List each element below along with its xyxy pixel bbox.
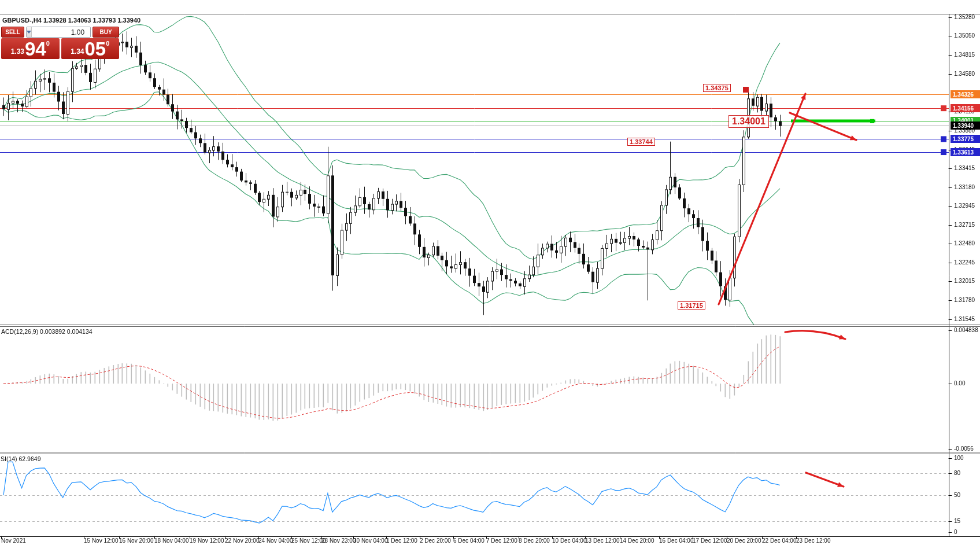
- rsi-axis-label: 50: [954, 492, 960, 498]
- time-axis-label: 17 Dec 12:00: [693, 537, 727, 544]
- annotation-price-label[interactable]: 1.34375: [703, 84, 731, 92]
- time-axis-label: 15 Nov 12:00: [84, 537, 119, 544]
- rsi-axis-label: 0: [954, 529, 957, 535]
- price-badge: 1.34326: [951, 90, 980, 98]
- sell-button[interactable]: SELL: [1, 27, 24, 38]
- buy-price-big: 05: [85, 41, 106, 57]
- buy-price-panel[interactable]: 1.34 05 0: [61, 38, 120, 59]
- sell-price-panel[interactable]: 1.33 94 0: [1, 38, 60, 59]
- rsi-axis-label: 15: [954, 518, 960, 524]
- time-axis-label: 24 Nov 04:00: [258, 537, 293, 544]
- one-click-trading-panel: SELL BUY 1.33 94 0 1.34 05 0: [1, 27, 119, 59]
- sell-price-sup: 0: [46, 40, 50, 47]
- price-tick: 1.33180: [954, 184, 975, 190]
- buy-price-sup: 0: [106, 40, 109, 47]
- price-tick: 1.35280: [954, 14, 975, 20]
- price-tick: 1.32480: [954, 240, 975, 246]
- time-axis-label: 14 Dec 20:00: [620, 537, 654, 544]
- time-axis-label: 22 Nov 20:00: [225, 537, 260, 544]
- price-tick: 1.32945: [954, 202, 975, 209]
- chart-info-line: GBPUSD-,H4 1.33928 1.34063 1.33793 1.339…: [2, 17, 140, 24]
- sell-price-big: 94: [25, 41, 46, 57]
- buy-price-prefix: 1.34: [71, 47, 84, 56]
- mt4-window: 新订单 自动交易: [0, 0, 980, 545]
- price-tick: 1.34815: [954, 51, 975, 58]
- macd-axis-label: 0.004838: [954, 327, 978, 333]
- price-tick: 1.32245: [954, 259, 975, 266]
- rsi-axis-label: 80: [954, 470, 960, 476]
- volume-input[interactable]: [32, 27, 91, 37]
- price-tick: 1.35050: [954, 32, 975, 39]
- price-badge: 1.34156: [951, 104, 980, 112]
- time-axis-label: 8 Dec 20:00: [519, 537, 550, 544]
- buy-button[interactable]: BUY: [93, 27, 119, 38]
- price-tick: 1.32715: [954, 222, 975, 228]
- time-axis-label: Nov 2021: [1, 537, 26, 544]
- time-axis-label: 28 Nov 23:00: [321, 537, 356, 544]
- time-axis-label: 6 Dec 04:00: [453, 537, 485, 544]
- price-tick: 1.33415: [954, 165, 975, 171]
- annotation-price-label[interactable]: 1.34001: [728, 115, 769, 128]
- time-axis-label: 13 Dec 12:00: [585, 537, 620, 544]
- time-axis-label: 19 Nov 12:00: [190, 537, 224, 544]
- macd-indicator-label: ACD(12,26,9) 0.003892 0.004134: [1, 328, 93, 335]
- time-axis-label: 22 Dec 04:00: [762, 537, 797, 544]
- time-axis-label: 16 Nov 20:00: [119, 537, 154, 544]
- macd-axis-label: -0.0056: [954, 445, 974, 452]
- annotation-price-label[interactable]: 1.33744: [627, 138, 655, 146]
- chart-canvas[interactable]: [0, 0, 980, 545]
- annotation-price-label[interactable]: 1.31715: [678, 301, 705, 310]
- sell-price-prefix: 1.33: [11, 47, 24, 56]
- price-badge: 1.33775: [951, 135, 980, 143]
- price-tick: 1.31780: [954, 297, 975, 303]
- time-axis-label: 18 Nov 04:00: [154, 537, 189, 544]
- time-axis-label: 10 Dec 04:00: [552, 537, 587, 544]
- price-tick: 1.34580: [954, 71, 975, 77]
- macd-axis-label: 0.00: [954, 380, 965, 386]
- rsi-axis-label: 100: [954, 455, 964, 461]
- price-badge: 1.33940: [951, 121, 980, 130]
- time-axis-label: 2 Dec 20:00: [420, 537, 451, 544]
- price-tick: 1.31545: [954, 316, 975, 322]
- time-axis-label: 7 Dec 12:00: [486, 537, 517, 544]
- time-axis-label: 30 Nov 04:00: [353, 537, 388, 544]
- price-tick: 1.32015: [954, 278, 975, 284]
- volume-decrease-button[interactable]: [27, 27, 32, 37]
- rsi-indicator-label: SI(14) 62.9649: [1, 455, 40, 462]
- time-axis-label: 25 Nov 12:00: [291, 537, 326, 544]
- time-axis-label: 1 Dec 12:00: [386, 537, 417, 544]
- down-arrow-icon: [27, 31, 31, 34]
- volume-stepper: [26, 27, 91, 38]
- time-axis-label: 20 Dec 20:00: [727, 537, 761, 544]
- time-axis-label: 16 Dec 04:00: [659, 537, 694, 544]
- time-axis-label: 23 Dec 12:00: [796, 537, 831, 544]
- price-badge: 1.33613: [951, 148, 980, 156]
